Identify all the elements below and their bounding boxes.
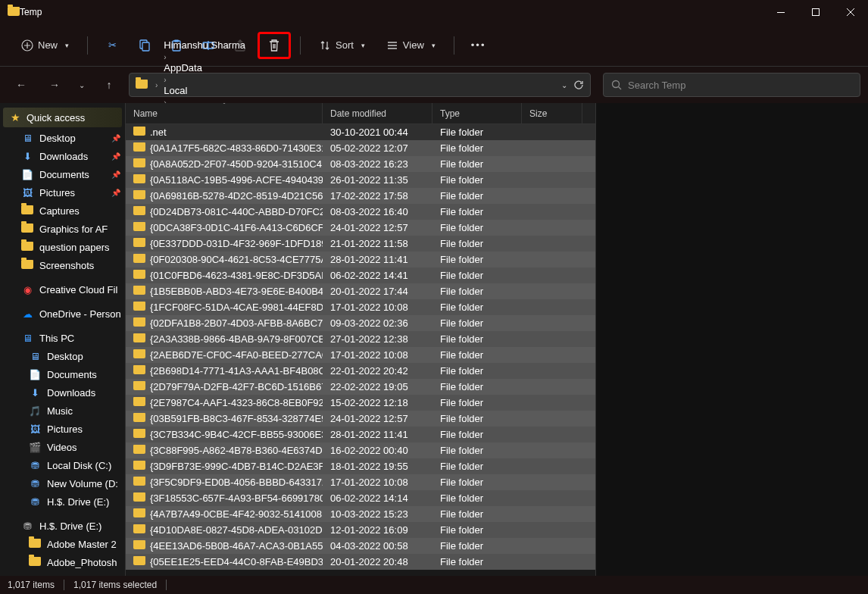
folder-icon — [133, 445, 145, 456]
folder-icon — [133, 142, 145, 154]
table-row[interactable]: {2E7987C4-AAF1-4323-86C8-8EB0F92F23... 1… — [126, 395, 595, 411]
file-name: {2D79F79A-D2FB-42F7-BC6D-1516B6710... — [150, 381, 323, 392]
table-row[interactable]: {0A69816B-5278-4D2C-8519-4D21C5646B... 1… — [126, 188, 595, 204]
sidebar-item[interactable]: 🖼Pictures📌 — [0, 183, 125, 202]
sidebar-item-creative-cloud[interactable]: ◉ Creative Cloud Fil — [0, 280, 125, 299]
sidebar-item[interactable]: ⛃Local Disk (C:) — [0, 456, 125, 474]
share-button[interactable] — [226, 32, 254, 59]
table-row[interactable]: {0A5118AC-19B5-4996-ACFE-4940439D9... 26… — [126, 172, 595, 188]
folder-icon — [133, 127, 145, 138]
breadcrumb-item[interactable]: AppData — [161, 62, 248, 73]
table-row[interactable]: {0DCA38F3-0D1C-41F6-A413-C6D6CFB4... 24-… — [126, 220, 595, 236]
column-headers: Name˄ Date modified Type Size — [126, 103, 595, 124]
view-icon — [386, 39, 398, 52]
sidebar-item[interactable]: 🖼Pictures — [0, 420, 125, 438]
file-type: File folder — [432, 508, 522, 520]
file-list: Name˄ Date modified Type Size .net 30-10… — [126, 103, 595, 576]
view-button[interactable]: View ▾ — [377, 32, 445, 59]
file-name: {4D10DA8E-0827-45D8-ADEA-03102DC2... — [150, 524, 323, 536]
sidebar-item[interactable]: Adobe_Photosh — [0, 553, 125, 571]
address-bar[interactable]: › Himanshu Sharma›AppData›Local›Temp› ⌄ — [129, 73, 591, 97]
sidebar-item[interactable]: 🖥Desktop📌 — [0, 129, 125, 147]
chevron-down-icon: ▾ — [65, 42, 69, 49]
table-row[interactable]: {2B698D14-7771-41A3-AAA1-BF4B08CA0... 22… — [126, 363, 595, 379]
table-row[interactable]: {3C88F995-A862-4B78-B360-4E6374D143... 1… — [126, 442, 595, 458]
table-row[interactable]: {01C0FBD6-4623-4381-9E8C-DF3D5ABF8... 06… — [126, 267, 595, 283]
folder-icon — [21, 260, 33, 271]
sidebar-item[interactable]: ⬇Downloads — [0, 383, 125, 402]
search-box[interactable] — [603, 73, 860, 97]
table-row[interactable]: {2AEB6D7E-CF0C-4FA0-BEED-277CAC5E3... 17… — [126, 347, 595, 363]
new-button[interactable]: New ▾ — [12, 32, 78, 59]
table-row[interactable]: {3F5C9DF9-ED0B-4056-BBBD-64331725E9... 1… — [126, 474, 595, 490]
pc-icon: 🖥 — [21, 332, 33, 344]
col-date[interactable]: Date modified — [323, 103, 432, 123]
quick-access[interactable]: ★ Quick access — [3, 108, 122, 127]
table-row[interactable]: {4A7B7A49-0CBE-4F42-9032-5141008D4D... 1… — [126, 506, 595, 522]
file-type: File folder — [432, 445, 522, 456]
file-type: File folder — [432, 174, 522, 186]
sidebar-item[interactable]: Adobe Master 2 — [0, 535, 125, 553]
table-row[interactable]: {0F020308-90C4-4621-8C53-4CE7775A6A... 2… — [126, 252, 595, 267]
up-button[interactable]: ↑ — [95, 71, 123, 98]
arrow-right-icon: → — [49, 79, 60, 91]
sidebar-item[interactable]: Screenshots — [0, 256, 125, 274]
table-row[interactable]: {3D9FB73E-999C-4DB7-B14C-D2AE3FC7A... 18… — [126, 458, 595, 474]
table-row[interactable]: {2D79F79A-D2FB-42F7-BC6D-1516B6710... 22… — [126, 379, 595, 395]
table-row[interactable]: {4EE13AD6-5B0B-46A7-ACA3-0B1A55237... 04… — [126, 538, 595, 554]
sort-button[interactable]: Sort ▾ — [310, 32, 374, 59]
recent-button[interactable]: ⌄ — [74, 71, 89, 98]
table-row[interactable]: {0A1A17F5-682C-4833-86D0-71430E31EF... 0… — [126, 140, 595, 156]
table-row[interactable]: {3F18553C-657F-4A93-BF54-66991780AE6... … — [126, 490, 595, 506]
table-row[interactable]: {0E337DDD-031D-4F32-969F-1DFD189964... 2… — [126, 236, 595, 252]
table-row[interactable]: .net 30-10-2021 00:44 File folder — [126, 124, 595, 140]
minimize-icon — [777, 12, 785, 13]
file-name: {2A3A338B-9866-4BAB-9A79-8F007CBD8... — [150, 333, 323, 345]
chevron-down-icon[interactable]: ⌄ — [561, 81, 567, 89]
sidebar-item-drive[interactable]: ⛃ H.$. Drive (E:) — [0, 517, 125, 535]
back-button[interactable]: ← — [8, 71, 35, 98]
sidebar-item[interactable]: ⛃H.$. Drive (E:) — [0, 492, 125, 511]
sidebar-item-onedrive[interactable]: ☁ OneDrive - Person — [0, 305, 125, 323]
status-bar: 1,017 items 1,017 items selected — [0, 576, 868, 594]
videos-icon: 🎬 — [29, 441, 41, 453]
close-button[interactable] — [833, 0, 868, 24]
file-type: File folder — [432, 365, 522, 377]
delete-button[interactable] — [258, 32, 291, 59]
sidebar-item[interactable]: 📄Documents📌 — [0, 165, 125, 183]
minimize-button[interactable] — [763, 0, 798, 24]
table-row[interactable]: {02DFA1B8-2B07-4D03-AFBB-8A6BC7C0... 09-… — [126, 315, 595, 331]
maximize-button[interactable] — [798, 0, 833, 24]
table-row[interactable]: {0A8A052D-2F07-450D-9204-31510C4DA... 08… — [126, 156, 595, 172]
sidebar-item[interactable]: 📄Documents — [0, 365, 125, 383]
file-name: {2B698D14-7771-41A3-AAA1-BF4B08CA0... — [150, 365, 323, 377]
search-input[interactable] — [628, 80, 852, 91]
forward-button[interactable]: → — [41, 71, 68, 98]
col-type[interactable]: Type — [432, 103, 522, 123]
table-row[interactable]: {2A3A338B-9866-4BAB-9A79-8F007CBD8... 27… — [126, 331, 595, 347]
sidebar-item[interactable]: 🎵Music — [0, 402, 125, 420]
table-row[interactable]: {1FCF08FC-51DA-4CAE-9981-44EF8DCA5... 17… — [126, 299, 595, 315]
sidebar-item[interactable]: Graphics for AF — [0, 220, 125, 238]
sidebar-item[interactable]: 🎬Videos — [0, 438, 125, 456]
sidebar-item[interactable]: 🖥Desktop — [0, 347, 125, 365]
copy-button[interactable] — [130, 32, 159, 59]
col-name[interactable]: Name˄ — [126, 103, 323, 123]
sidebar-item[interactable]: Captures — [0, 202, 125, 220]
sidebar-item[interactable]: ⛃New Volume (D: — [0, 474, 125, 492]
sidebar-item[interactable]: ⬇Downloads📌 — [0, 147, 125, 165]
table-row[interactable]: {05EE1E25-EED4-44C0-8FAB-E49BD39420... 2… — [126, 554, 595, 570]
breadcrumb-item[interactable]: Local — [161, 85, 248, 96]
sidebar-item[interactable]: question papers — [0, 238, 125, 256]
table-row[interactable]: {0D24DB73-081C-440C-ABBD-D70FC2371... 08… — [126, 204, 595, 220]
table-row[interactable]: {3C7B334C-9B4C-42CF-BB55-93006E3E9... 28… — [126, 427, 595, 442]
more-button[interactable]: ••• — [464, 32, 494, 59]
col-size[interactable]: Size — [522, 103, 582, 123]
sidebar-item-thispc[interactable]: 🖥 This PC — [0, 329, 125, 347]
table-row[interactable]: {1B5EBB0B-ABD3-4E73-9E6E-B400B45B1... 20… — [126, 283, 595, 299]
table-row[interactable]: {03B591FB-B8C3-467F-8534-328774E9BD... 2… — [126, 411, 595, 427]
refresh-button[interactable] — [573, 80, 584, 90]
folder-icon — [133, 381, 145, 392]
cut-button[interactable]: ✂ — [97, 32, 127, 59]
table-row[interactable]: {4D10DA8E-0827-45D8-ADEA-03102DC2... 12-… — [126, 522, 595, 538]
